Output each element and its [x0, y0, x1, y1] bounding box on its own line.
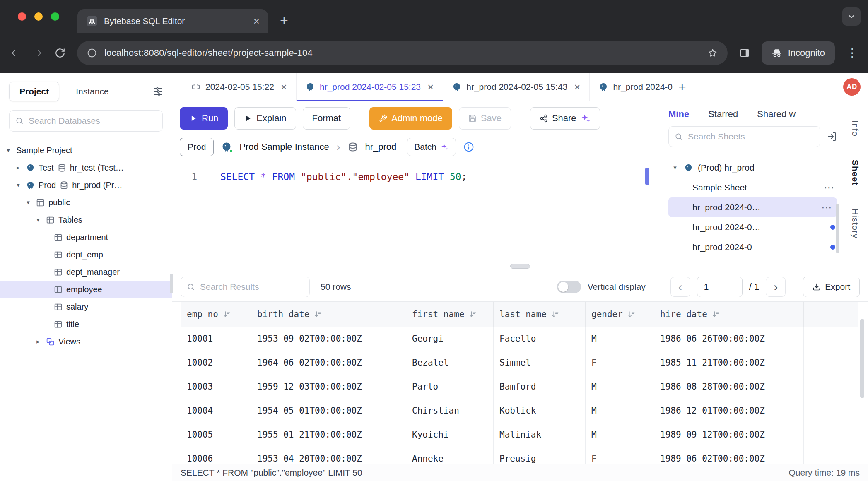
page-number-input[interactable] [697, 277, 743, 297]
column-header-hire_date[interactable]: hire_date [654, 302, 804, 327]
horizontal-splitter[interactable] [172, 260, 868, 272]
address-bar[interactable]: localhost:8080/sql-editor/sheet/project-… [77, 41, 728, 65]
sheets-scrollbar[interactable] [836, 204, 839, 253]
sort-icon[interactable] [223, 310, 231, 318]
filter-settings-icon[interactable] [153, 87, 163, 96]
tab-search-button[interactable] [842, 7, 861, 26]
sheets-search[interactable] [668, 126, 820, 147]
browser-tab[interactable]: Bytebase SQL Editor × [77, 9, 268, 33]
site-info-icon[interactable] [87, 48, 97, 58]
sheets-tab-mine[interactable]: Mine [668, 109, 689, 120]
tree-item-test-hr_test[interactable]: ▸Testhr_test (Test… [0, 159, 172, 176]
sheet-item[interactable]: hr_prod 2024-0…⋯ [668, 197, 837, 217]
format-button[interactable]: Format [303, 107, 351, 130]
sheet-menu-icon[interactable]: ⋯ [824, 183, 835, 192]
sort-icon[interactable] [314, 310, 322, 318]
editor-tab[interactable]: hr_prod 2024-02-05 15:43× [443, 73, 590, 101]
column-header-birth_date[interactable]: birth_date [251, 302, 406, 327]
info-icon[interactable] [463, 142, 474, 152]
column-header-last_name[interactable]: last_name [494, 302, 586, 327]
caret-right-icon[interactable]: ▸ [34, 338, 42, 345]
caret-down-icon[interactable]: ▾ [671, 164, 679, 171]
ai-sparkles-icon[interactable] [581, 113, 591, 123]
sheets-tab-shared-w[interactable]: Shared w [757, 109, 796, 120]
export-button[interactable]: Export [803, 277, 860, 297]
rail-tab-sheet[interactable]: Sheet [850, 160, 860, 185]
tree-item-sample-project[interactable]: ▾Sample Project [0, 142, 172, 159]
caret-down-icon[interactable]: ▾ [4, 147, 12, 154]
close-tab-icon[interactable]: × [427, 82, 434, 92]
sort-icon[interactable] [712, 310, 720, 318]
tree-item-views[interactable]: ▸Views [0, 333, 172, 350]
sheet-group[interactable]: ▾(Prod) hr_prod [668, 158, 842, 178]
tab-instance[interactable]: Instance [76, 87, 108, 96]
tree-item-title[interactable]: title [0, 315, 172, 333]
close-browser-tab-icon[interactable]: × [253, 16, 260, 26]
sheet-item[interactable]: hr_prod 2024-0… [668, 217, 842, 237]
results-search-input[interactable] [200, 282, 312, 292]
sidebar-resize-handle[interactable] [170, 274, 173, 293]
sql-code[interactable]: SELECT * FROM "public"."employee" LIMIT … [210, 168, 467, 185]
column-header-gender[interactable]: gender [586, 302, 654, 327]
column-header-emp_no[interactable]: emp_no [181, 302, 251, 327]
prev-page-button[interactable]: ‹ [670, 277, 690, 297]
results-scrollbar[interactable] [860, 319, 864, 398]
reload-button[interactable] [55, 48, 65, 58]
tree-item-employee[interactable]: employee [0, 281, 172, 298]
tree-item-dept_manager[interactable]: dept_manager [0, 263, 172, 281]
run-button[interactable]: Run [180, 107, 228, 130]
sort-icon[interactable] [469, 310, 477, 318]
result-row[interactable]: 100061953-04-20T00:00:00ZAnnekePreusigF1… [181, 447, 858, 464]
forward-button[interactable] [32, 48, 43, 58]
batch-button[interactable]: Batch [407, 138, 456, 156]
user-avatar[interactable]: AD [843, 78, 861, 96]
caret-down-icon[interactable]: ▾ [34, 216, 42, 224]
result-row[interactable]: 100011953-09-02T00:00:00ZGeorgiFacelloM1… [181, 327, 858, 351]
sort-icon[interactable] [552, 310, 559, 318]
result-row[interactable]: 100021964-06-02T00:00:00ZBezalelSimmelF1… [181, 351, 858, 375]
caret-down-icon[interactable]: ▾ [14, 181, 22, 189]
caret-down-icon[interactable]: ▾ [24, 199, 32, 206]
save-button[interactable]: Save [459, 107, 511, 130]
sort-icon[interactable] [628, 310, 635, 318]
rail-tab-info[interactable]: Info [850, 120, 860, 137]
rail-tab-history[interactable]: History [850, 209, 860, 238]
admin-mode-button[interactable]: Admin mode [369, 107, 452, 130]
sheets-search-input[interactable] [688, 132, 814, 142]
editor-scrollbar-marker[interactable] [645, 168, 649, 185]
browser-menu-icon[interactable]: ⋮ [846, 47, 858, 59]
close-tab-icon[interactable]: × [574, 82, 580, 92]
sheets-tab-starred[interactable]: Starred [708, 109, 738, 120]
sheet-item[interactable]: Sample Sheet⋯ [668, 178, 842, 197]
editor-tab[interactable]: hr_prod 2024-02-05 15:23× [297, 73, 443, 101]
minimize-window-button[interactable] [34, 12, 43, 21]
explain-button[interactable]: Explain [234, 107, 296, 130]
environment-chip[interactable]: Prod [180, 138, 214, 156]
share-button[interactable]: Share [530, 107, 600, 130]
bookmark-star-icon[interactable] [708, 48, 718, 58]
close-tab-icon[interactable]: × [281, 82, 287, 92]
vertical-display-toggle[interactable] [557, 281, 581, 293]
result-row[interactable]: 100031959-12-03T00:00:00ZPartoBamfordM19… [181, 375, 858, 399]
next-page-button[interactable]: › [766, 277, 786, 297]
tree-item-salary[interactable]: salary [0, 298, 172, 315]
splitter-grip[interactable] [510, 264, 530, 269]
caret-right-icon[interactable]: ▸ [14, 164, 22, 171]
new-tab-button[interactable]: + [277, 13, 292, 27]
database-name[interactable]: hr_prod [365, 142, 397, 152]
side-panel-icon[interactable] [739, 48, 750, 58]
sql-editor[interactable]: 1 SELECT * FROM "public"."employee" LIMI… [172, 162, 660, 260]
database-search[interactable] [9, 110, 163, 132]
sheet-menu-icon[interactable]: ⋯ [821, 203, 833, 212]
zoom-window-button[interactable] [51, 12, 59, 21]
database-search-input[interactable] [29, 116, 157, 126]
column-header-first_name[interactable]: first_name [406, 302, 494, 327]
tree-item-dept_emp[interactable]: dept_emp [0, 246, 172, 263]
tree-item-public[interactable]: ▾public [0, 194, 172, 211]
result-row[interactable]: 100041954-05-01T00:00:00ZChirstianKoblic… [181, 399, 858, 423]
close-window-button[interactable] [18, 12, 26, 21]
result-row[interactable]: 100051955-01-21T00:00:00ZKyoichiMaliniak… [181, 423, 858, 447]
editor-tab[interactable]: hr_prod 2024-0 [590, 73, 673, 101]
new-sheet-button[interactable]: + [673, 79, 692, 95]
tree-item-department[interactable]: department [0, 228, 172, 246]
